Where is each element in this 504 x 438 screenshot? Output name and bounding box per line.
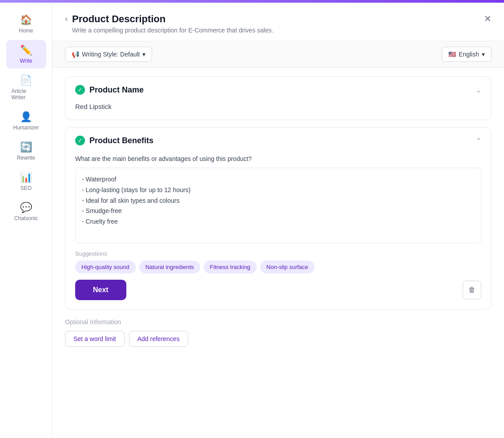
chatsonic-icon: 💬 bbox=[20, 202, 32, 213]
suggestion-chip-1[interactable]: Natural ingredients bbox=[139, 261, 200, 273]
header: ‹ Product Description Write a compelling… bbox=[52, 3, 504, 41]
suggestion-chip-2[interactable]: Fitness tracking bbox=[204, 261, 257, 273]
header-left: ‹ Product Description Write a compelling… bbox=[65, 13, 274, 34]
sidebar-item-write[interactable]: ✏️ Write bbox=[6, 40, 46, 68]
benefits-question: What are the main benefits or advantages… bbox=[75, 155, 481, 162]
product-name-card: ✓ Product Name ⌄ Red Lipstick bbox=[65, 76, 492, 120]
seo-icon: 📊 bbox=[20, 172, 32, 183]
next-button[interactable]: Next bbox=[75, 280, 126, 300]
writing-style-button[interactable]: 📢 Writing Style: Default ▾ bbox=[65, 47, 152, 62]
chevron-down-icon: ▾ bbox=[142, 51, 145, 58]
writing-style-label: Writing Style: Default bbox=[82, 51, 140, 58]
action-row: Next 🗑 bbox=[75, 280, 481, 300]
suggestions-label: Suggestions bbox=[75, 250, 481, 257]
product-benefits-check-icon: ✓ bbox=[75, 136, 85, 145]
delete-button[interactable]: 🗑 bbox=[463, 281, 481, 299]
sidebar-item-humanizer[interactable]: 👤 Humanizer bbox=[6, 107, 46, 135]
back-button[interactable]: ‹ bbox=[65, 14, 68, 24]
article-writer-icon: 📄 bbox=[20, 75, 32, 86]
trash-icon: 🗑 bbox=[468, 286, 476, 294]
product-benefits-title: Product Benefits bbox=[89, 136, 153, 145]
optional-buttons: Set a word limit Add references bbox=[65, 331, 492, 347]
language-label: English bbox=[459, 51, 479, 58]
megaphone-icon: 📢 bbox=[72, 51, 79, 58]
sidebar-item-rewrite[interactable]: 🔄 Rewrite bbox=[6, 137, 46, 165]
add-references-button[interactable]: Add references bbox=[129, 331, 188, 347]
sidebar: 🏠 Home ✏️ Write 📄 Article Writer 👤 Human… bbox=[0, 3, 52, 438]
suggestion-chip-3[interactable]: Non-slip surface bbox=[260, 261, 314, 273]
suggestion-chip-0[interactable]: High-quality sound bbox=[75, 261, 136, 273]
optional-section: Optional Information Set a word limit Ad… bbox=[65, 317, 492, 349]
top-accent-bar bbox=[0, 0, 504, 3]
product-benefits-body: What are the main benefits or advantages… bbox=[65, 153, 491, 309]
product-name-body: Red Lipstick bbox=[65, 103, 491, 120]
page-subtitle: Write a compelling product description f… bbox=[72, 27, 274, 34]
sidebar-item-seo[interactable]: 📊 SEO bbox=[6, 167, 46, 196]
sidebar-item-rewrite-label: Rewrite bbox=[17, 155, 35, 161]
benefits-textarea[interactable]: - Waterproof - Long-lasting (stays for u… bbox=[75, 168, 481, 243]
product-benefits-card-header[interactable]: ✓ Product Benefits ⌃ bbox=[65, 128, 491, 153]
language-button[interactable]: 🇺🇸 English ▾ bbox=[442, 47, 492, 62]
sidebar-item-seo-label: SEO bbox=[20, 185, 32, 191]
sidebar-item-write-label: Write bbox=[20, 58, 32, 64]
page-title: Product Description bbox=[72, 13, 274, 25]
product-name-collapse-icon: ⌄ bbox=[476, 86, 481, 94]
product-benefits-collapse-icon: ⌃ bbox=[476, 137, 481, 145]
rewrite-icon: 🔄 bbox=[20, 141, 32, 153]
main-content: ‹ Product Description Write a compelling… bbox=[52, 3, 504, 438]
flag-icon: 🇺🇸 bbox=[448, 51, 456, 58]
product-name-title: Product Name bbox=[89, 85, 144, 95]
product-name-check-icon: ✓ bbox=[75, 85, 85, 95]
suggestions-chips: High-quality sound Natural ingredients F… bbox=[75, 261, 481, 273]
sidebar-item-article-writer-label: Article Writer bbox=[12, 88, 41, 100]
sidebar-item-chatsonic-label: Chatsonic bbox=[14, 215, 38, 221]
product-name-value: Red Lipstick bbox=[75, 103, 112, 110]
header-title-block: Product Description Write a compelling p… bbox=[72, 13, 274, 34]
close-button[interactable]: ✕ bbox=[484, 13, 492, 24]
product-benefits-header-left: ✓ Product Benefits bbox=[75, 136, 153, 145]
home-icon: 🏠 bbox=[20, 14, 32, 26]
write-icon: ✏️ bbox=[20, 44, 32, 56]
sidebar-item-article-writer[interactable]: 📄 Article Writer bbox=[6, 70, 46, 105]
sidebar-item-humanizer-label: Humanizer bbox=[13, 125, 39, 131]
sidebar-item-home[interactable]: 🏠 Home bbox=[6, 10, 46, 38]
sidebar-item-chatsonic[interactable]: 💬 Chatsonic bbox=[6, 197, 46, 226]
sidebar-item-home-label: Home bbox=[19, 28, 33, 34]
language-chevron-icon: ▾ bbox=[482, 51, 485, 58]
optional-label: Optional Information bbox=[65, 318, 492, 325]
toolbar: 📢 Writing Style: Default ▾ 🇺🇸 English ▾ bbox=[52, 41, 504, 68]
set-word-limit-button[interactable]: Set a word limit bbox=[65, 331, 125, 347]
product-name-card-header[interactable]: ✓ Product Name ⌄ bbox=[65, 77, 491, 103]
humanizer-icon: 👤 bbox=[20, 111, 32, 123]
product-name-header-left: ✓ Product Name bbox=[75, 85, 144, 95]
product-benefits-card: ✓ Product Benefits ⌃ What are the main b… bbox=[65, 127, 492, 309]
content-area: ✓ Product Name ⌄ Red Lipstick ✓ Product … bbox=[52, 68, 504, 438]
